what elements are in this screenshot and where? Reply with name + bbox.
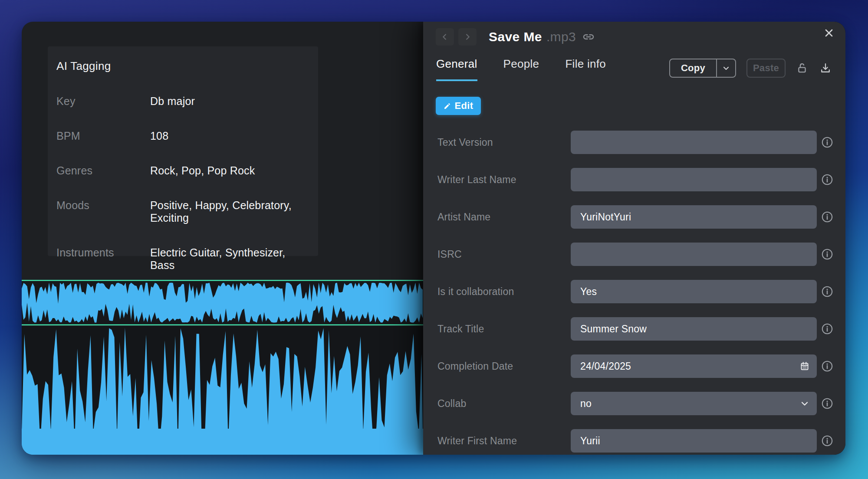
form-field-row-track-title: Track Title Summer Snow [423,310,845,348]
field-value: Yes [580,286,597,298]
calendar-icon[interactable] [799,361,810,371]
ai-tag-row-moods: Moods Positive, Happy, Celebratory, Exci… [56,199,309,224]
info-icon[interactable] [821,173,834,186]
input-artist-name[interactable]: YuriNotYuri [571,205,817,229]
detail-tabs: General People File info [436,57,606,81]
field-label: Is it collaboration [437,286,571,298]
ai-tag-value: Positive, Happy, Celebratory, Exciting [150,199,309,224]
waveform-overview[interactable] [22,280,423,325]
close-icon [823,27,835,39]
ai-tag-row-key: Key Db major [56,95,309,108]
metadata-form: Text Version Writer Last Name [423,124,845,455]
form-field-row-text-version: Text Version [423,124,845,161]
info-icon[interactable] [821,210,834,223]
field-label: Track Title [437,323,571,335]
form-field-row-collab: Collab no [423,385,845,422]
tab-file-info[interactable]: File info [565,57,606,81]
input-text-version[interactable] [571,131,817,154]
ai-tag-label: Moods [56,199,150,212]
ai-tag-value: Rock, Pop, Pop Rock [150,164,255,177]
info-icon[interactable] [821,248,834,261]
paste-button[interactable]: Paste [746,59,786,78]
file-title: Save Me.mp3 [489,28,595,46]
pencil-icon [444,102,451,110]
app-window: AI Tagging Key Db major BPM 108 Genres R… [22,22,845,455]
field-label: Writer Last Name [437,174,571,186]
field-label: Writer First Name [437,435,571,447]
waveform-detail[interactable] [22,326,423,455]
input-completion-date[interactable]: 24/04/2025 [571,354,817,378]
field-label: Collab [437,398,571,410]
ai-tag-value: Electric Guitar, Synthesizer, Bass [150,246,309,272]
close-button[interactable] [820,24,838,42]
field-value: 24/04/2025 [580,361,631,372]
lock-button[interactable] [795,61,809,75]
ai-tag-row-instruments: Instruments Electric Guitar, Synthesizer… [56,246,309,272]
ai-tagging-card: AI Tagging Key Db major BPM 108 Genres R… [48,46,318,256]
info-icon[interactable] [821,360,834,373]
form-field-row-artist-name: Artist Name YuriNotYuri [423,198,845,236]
tab-people[interactable]: People [503,57,539,81]
ai-tag-label: Key [56,95,150,108]
file-extension: .mp3 [546,30,576,44]
field-label: ISRC [437,249,571,260]
download-button[interactable] [819,61,832,75]
form-field-row-writer-first-name: Writer First Name Yurii [423,422,845,455]
copy-options-button[interactable] [716,59,735,77]
tab-general[interactable]: General [436,57,477,81]
ai-tag-label: Instruments [56,246,150,259]
track-overview-section: AI Tagging Key Db major BPM 108 Genres R… [22,22,423,455]
waveform-overview-graphic [22,280,423,325]
copy-split-button: Copy [669,59,736,78]
ai-tagging-rows: Key Db major BPM 108 Genres Rock, Pop, P… [56,95,309,272]
select-collab[interactable]: no [571,392,817,415]
field-label: Artist Name [437,211,571,223]
file-name: Save Me [489,30,542,44]
chevron-left-icon [440,32,450,42]
form-field-row-is-it-collaboration: Is it collaboration Yes [423,273,845,310]
field-label: Completion Date [437,361,571,372]
chevron-down-icon [722,64,730,72]
waveform-detail-graphic [22,326,423,455]
detail-toolbar: Copy Paste [669,59,832,78]
copy-button[interactable]: Copy [670,59,716,77]
input-isrc[interactable] [571,243,817,266]
download-icon [819,62,832,74]
field-value: Summer Snow [580,323,647,335]
field-value: Yurii [580,435,600,447]
input-is-it-collaboration[interactable]: Yes [571,280,817,303]
form-field-row-isrc: ISRC [423,236,845,273]
file-detail-panel: Save Me.mp3 General People File info Cop… [423,22,845,455]
field-value: no [580,398,592,410]
nav-forward-button[interactable] [458,28,477,46]
input-writer-first-name[interactable]: Yurii [571,429,817,453]
ai-tag-value: Db major [150,95,195,108]
info-icon[interactable] [821,285,834,298]
ai-tag-row-genres: Genres Rock, Pop, Pop Rock [56,164,309,177]
form-field-row-completion-date: Completion Date 24/04/2025 [423,348,845,385]
ai-tag-row-bpm: BPM 108 [56,130,309,142]
info-icon[interactable] [821,397,834,410]
field-value: YuriNotYuri [580,211,631,223]
field-label: Text Version [437,137,571,148]
ai-tag-value: 108 [150,130,168,142]
link-icon[interactable] [582,30,595,43]
form-field-row-writer-last-name: Writer Last Name [423,161,845,198]
info-icon[interactable] [821,136,834,149]
edit-button[interactable]: Edit [436,97,481,115]
input-track-title[interactable]: Summer Snow [571,317,817,341]
lock-open-icon [796,62,808,74]
info-icon[interactable] [821,434,834,447]
chevron-down-icon [799,398,810,409]
nav-back-button[interactable] [436,28,454,46]
ai-tagging-title: AI Tagging [56,59,309,73]
input-writer-last-name[interactable] [571,168,817,191]
edit-button-label: Edit [455,100,473,112]
info-icon[interactable] [821,322,834,335]
ai-tag-label: BPM [56,130,150,142]
chevron-right-icon [463,32,472,42]
ai-tag-label: Genres [56,164,150,177]
